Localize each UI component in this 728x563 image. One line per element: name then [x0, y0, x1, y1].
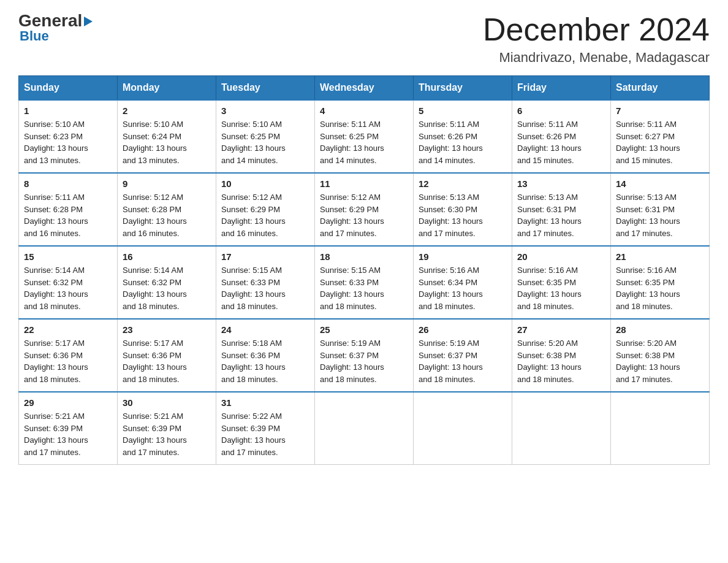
calendar-cell: 29Sunrise: 5:21 AMSunset: 6:39 PMDayligh…	[19, 392, 118, 465]
location-subtitle: Miandrivazo, Menabe, Madagascar	[483, 50, 710, 66]
calendar-cell: 7Sunrise: 5:11 AMSunset: 6:27 PMDaylight…	[611, 100, 710, 173]
calendar-cell: 30Sunrise: 5:21 AMSunset: 6:39 PMDayligh…	[118, 392, 216, 465]
col-friday: Friday	[512, 76, 611, 101]
day-info: Sunrise: 5:16 AMSunset: 6:35 PMDaylight:…	[616, 264, 704, 312]
day-info: Sunrise: 5:20 AMSunset: 6:38 PMDaylight:…	[517, 337, 605, 385]
day-number: 23	[123, 324, 211, 335]
calendar-cell	[512, 392, 611, 465]
calendar-header-row: Sunday Monday Tuesday Wednesday Thursday…	[19, 76, 710, 101]
calendar-cell: 3Sunrise: 5:10 AMSunset: 6:25 PMDaylight…	[216, 100, 315, 173]
day-info: Sunrise: 5:12 AMSunset: 6:29 PMDaylight:…	[221, 191, 309, 239]
calendar-cell: 4Sunrise: 5:11 AMSunset: 6:25 PMDaylight…	[315, 100, 414, 173]
day-info: Sunrise: 5:10 AMSunset: 6:25 PMDaylight:…	[221, 118, 309, 166]
day-info: Sunrise: 5:15 AMSunset: 6:33 PMDaylight:…	[320, 264, 408, 312]
day-number: 31	[221, 397, 309, 408]
day-info: Sunrise: 5:16 AMSunset: 6:34 PMDaylight:…	[419, 264, 507, 312]
day-info: Sunrise: 5:21 AMSunset: 6:39 PMDaylight:…	[24, 410, 112, 458]
day-number: 20	[517, 251, 605, 262]
day-info: Sunrise: 5:13 AMSunset: 6:30 PMDaylight:…	[419, 191, 507, 239]
calendar-cell: 16Sunrise: 5:14 AMSunset: 6:32 PMDayligh…	[118, 246, 216, 319]
logo-text-general: General	[18, 12, 82, 29]
day-number: 5	[419, 105, 507, 116]
col-thursday: Thursday	[414, 76, 512, 101]
calendar-cell: 15Sunrise: 5:14 AMSunset: 6:32 PMDayligh…	[19, 246, 118, 319]
day-info: Sunrise: 5:11 AMSunset: 6:26 PMDaylight:…	[419, 118, 507, 166]
day-number: 29	[24, 397, 112, 408]
col-tuesday: Tuesday	[216, 76, 315, 101]
calendar-table: Sunday Monday Tuesday Wednesday Thursday…	[18, 75, 710, 465]
day-info: Sunrise: 5:11 AMSunset: 6:26 PMDaylight:…	[517, 118, 605, 166]
day-info: Sunrise: 5:18 AMSunset: 6:36 PMDaylight:…	[221, 337, 309, 385]
day-info: Sunrise: 5:19 AMSunset: 6:37 PMDaylight:…	[320, 337, 408, 385]
day-number: 21	[616, 251, 704, 262]
calendar-week-row: 1Sunrise: 5:10 AMSunset: 6:23 PMDaylight…	[19, 100, 710, 173]
title-block: December 2024 Miandrivazo, Menabe, Madag…	[483, 12, 710, 66]
calendar-cell: 10Sunrise: 5:12 AMSunset: 6:29 PMDayligh…	[216, 173, 315, 246]
day-number: 3	[221, 105, 309, 116]
calendar-cell: 12Sunrise: 5:13 AMSunset: 6:30 PMDayligh…	[414, 173, 512, 246]
calendar-cell: 18Sunrise: 5:15 AMSunset: 6:33 PMDayligh…	[315, 246, 414, 319]
day-info: Sunrise: 5:11 AMSunset: 6:28 PMDaylight:…	[24, 191, 112, 239]
day-number: 6	[517, 105, 605, 116]
day-info: Sunrise: 5:13 AMSunset: 6:31 PMDaylight:…	[616, 191, 704, 239]
day-number: 17	[221, 251, 309, 262]
calendar-cell: 5Sunrise: 5:11 AMSunset: 6:26 PMDaylight…	[414, 100, 512, 173]
day-number: 13	[517, 178, 605, 189]
day-number: 8	[24, 178, 112, 189]
day-number: 24	[221, 324, 309, 335]
day-info: Sunrise: 5:20 AMSunset: 6:38 PMDaylight:…	[616, 337, 704, 385]
calendar-cell: 27Sunrise: 5:20 AMSunset: 6:38 PMDayligh…	[512, 319, 611, 392]
calendar-cell: 6Sunrise: 5:11 AMSunset: 6:26 PMDaylight…	[512, 100, 611, 173]
logo-arrow-icon	[84, 17, 93, 26]
calendar-cell: 19Sunrise: 5:16 AMSunset: 6:34 PMDayligh…	[414, 246, 512, 319]
col-sunday: Sunday	[19, 76, 118, 101]
day-number: 26	[419, 324, 507, 335]
day-number: 14	[616, 178, 704, 189]
calendar-cell: 28Sunrise: 5:20 AMSunset: 6:38 PMDayligh…	[611, 319, 710, 392]
day-info: Sunrise: 5:10 AMSunset: 6:23 PMDaylight:…	[24, 118, 112, 166]
calendar-cell: 1Sunrise: 5:10 AMSunset: 6:23 PMDaylight…	[19, 100, 118, 173]
day-number: 22	[24, 324, 112, 335]
col-wednesday: Wednesday	[315, 76, 414, 101]
day-number: 27	[517, 324, 605, 335]
day-info: Sunrise: 5:17 AMSunset: 6:36 PMDaylight:…	[24, 337, 112, 385]
day-number: 10	[221, 178, 309, 189]
day-info: Sunrise: 5:17 AMSunset: 6:36 PMDaylight:…	[123, 337, 211, 385]
day-info: Sunrise: 5:12 AMSunset: 6:29 PMDaylight:…	[320, 191, 408, 239]
day-number: 16	[123, 251, 211, 262]
calendar-cell: 24Sunrise: 5:18 AMSunset: 6:36 PMDayligh…	[216, 319, 315, 392]
calendar-cell: 9Sunrise: 5:12 AMSunset: 6:28 PMDaylight…	[118, 173, 216, 246]
calendar-body: 1Sunrise: 5:10 AMSunset: 6:23 PMDaylight…	[19, 100, 710, 465]
day-info: Sunrise: 5:10 AMSunset: 6:24 PMDaylight:…	[123, 118, 211, 166]
calendar-cell: 13Sunrise: 5:13 AMSunset: 6:31 PMDayligh…	[512, 173, 611, 246]
logo-text-blue: Blue	[20, 28, 49, 44]
calendar-cell	[611, 392, 710, 465]
calendar-week-row: 8Sunrise: 5:11 AMSunset: 6:28 PMDaylight…	[19, 173, 710, 246]
day-info: Sunrise: 5:14 AMSunset: 6:32 PMDaylight:…	[24, 264, 112, 312]
calendar-cell: 20Sunrise: 5:16 AMSunset: 6:35 PMDayligh…	[512, 246, 611, 319]
day-info: Sunrise: 5:14 AMSunset: 6:32 PMDaylight:…	[123, 264, 211, 312]
calendar-week-row: 15Sunrise: 5:14 AMSunset: 6:32 PMDayligh…	[19, 246, 710, 319]
day-info: Sunrise: 5:12 AMSunset: 6:28 PMDaylight:…	[123, 191, 211, 239]
day-number: 25	[320, 324, 408, 335]
day-info: Sunrise: 5:19 AMSunset: 6:37 PMDaylight:…	[419, 337, 507, 385]
calendar-week-row: 22Sunrise: 5:17 AMSunset: 6:36 PMDayligh…	[19, 319, 710, 392]
calendar-cell: 31Sunrise: 5:22 AMSunset: 6:39 PMDayligh…	[216, 392, 315, 465]
day-info: Sunrise: 5:11 AMSunset: 6:27 PMDaylight:…	[616, 118, 704, 166]
calendar-cell: 11Sunrise: 5:12 AMSunset: 6:29 PMDayligh…	[315, 173, 414, 246]
calendar-cell: 25Sunrise: 5:19 AMSunset: 6:37 PMDayligh…	[315, 319, 414, 392]
day-number: 11	[320, 178, 408, 189]
day-number: 4	[320, 105, 408, 116]
day-number: 12	[419, 178, 507, 189]
logo: General Blue	[18, 12, 93, 44]
day-number: 7	[616, 105, 704, 116]
day-number: 9	[123, 178, 211, 189]
day-number: 18	[320, 251, 408, 262]
day-info: Sunrise: 5:15 AMSunset: 6:33 PMDaylight:…	[221, 264, 309, 312]
page-header: General Blue December 2024 Miandrivazo, …	[18, 12, 710, 66]
month-title: December 2024	[483, 12, 710, 47]
day-number: 2	[123, 105, 211, 116]
day-number: 19	[419, 251, 507, 262]
calendar-cell	[315, 392, 414, 465]
calendar-cell: 14Sunrise: 5:13 AMSunset: 6:31 PMDayligh…	[611, 173, 710, 246]
